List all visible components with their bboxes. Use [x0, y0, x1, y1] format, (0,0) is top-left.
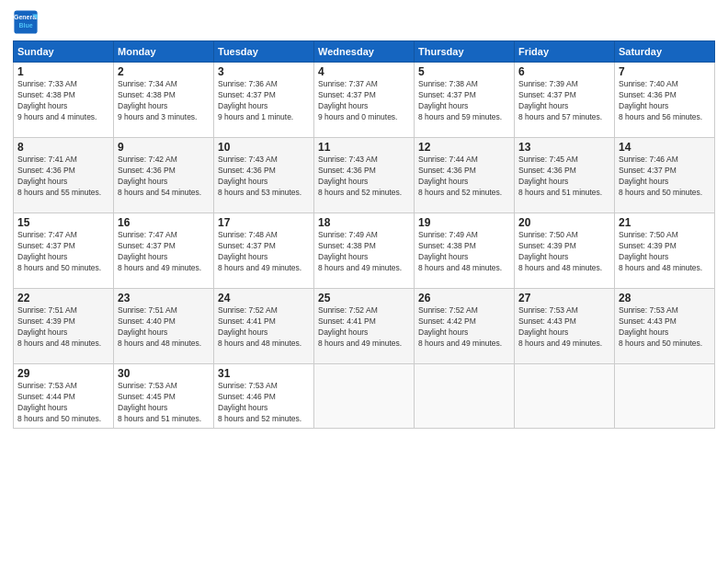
cell-info: Sunrise: 7:51 AM Sunset: 4:40 PM Dayligh… [118, 305, 210, 350]
week-row-1: 1 Sunrise: 7:33 AM Sunset: 4:38 PM Dayli… [14, 63, 715, 138]
week-row-5: 29 Sunrise: 7:53 AM Sunset: 4:44 PM Dayl… [14, 364, 715, 429]
day-header-saturday: Saturday [615, 41, 715, 63]
calendar-cell: 13 Sunrise: 7:45 AM Sunset: 4:36 PM Dayl… [515, 138, 615, 213]
calendar-cell: 26 Sunrise: 7:52 AM Sunset: 4:42 PM Dayl… [415, 289, 515, 364]
cell-info: Sunrise: 7:43 AM Sunset: 4:36 PM Dayligh… [318, 155, 410, 199]
cell-info: Sunrise: 7:52 AM Sunset: 4:41 PM Dayligh… [318, 305, 410, 350]
calendar-cell: 28 Sunrise: 7:53 AM Sunset: 4:43 PM Dayl… [615, 289, 715, 364]
calendar-cell [615, 364, 715, 429]
day-number: 4 [318, 65, 410, 78]
calendar-cell: 31 Sunrise: 7:53 AM Sunset: 4:46 PM Dayl… [214, 364, 314, 429]
day-number: 13 [518, 141, 610, 154]
logo: General Blue [13, 9, 40, 35]
day-number: 6 [518, 65, 610, 78]
cell-info: Sunrise: 7:53 AM Sunset: 4:43 PM Dayligh… [518, 305, 610, 350]
cell-info: Sunrise: 7:34 AM Sunset: 4:38 PM Dayligh… [118, 79, 210, 123]
day-number: 26 [418, 292, 510, 304]
cell-info: Sunrise: 7:53 AM Sunset: 4:44 PM Dayligh… [17, 381, 109, 425]
day-number: 12 [418, 141, 510, 154]
calendar-cell: 2 Sunrise: 7:34 AM Sunset: 4:38 PM Dayli… [114, 63, 214, 138]
cell-info: Sunrise: 7:53 AM Sunset: 4:43 PM Dayligh… [619, 305, 711, 350]
day-header-tuesday: Tuesday [214, 41, 314, 63]
calendar-cell: 27 Sunrise: 7:53 AM Sunset: 4:43 PM Dayl… [515, 289, 615, 364]
cell-info: Sunrise: 7:43 AM Sunset: 4:36 PM Dayligh… [218, 155, 310, 199]
header-row: General Blue [13, 9, 715, 35]
day-number: 10 [218, 141, 310, 154]
week-row-4: 22 Sunrise: 7:51 AM Sunset: 4:39 PM Dayl… [14, 289, 715, 364]
day-number: 15 [17, 216, 109, 229]
day-number: 1 [17, 65, 109, 78]
day-number: 17 [218, 216, 310, 229]
day-header-sunday: Sunday [14, 41, 114, 63]
calendar-cell: 21 Sunrise: 7:50 AM Sunset: 4:39 PM Dayl… [615, 213, 715, 289]
day-number: 21 [619, 216, 711, 229]
calendar-cell: 24 Sunrise: 7:52 AM Sunset: 4:41 PM Dayl… [214, 289, 314, 364]
calendar-cell: 19 Sunrise: 7:49 AM Sunset: 4:38 PM Dayl… [415, 213, 515, 289]
calendar-cell: 16 Sunrise: 7:47 AM Sunset: 4:37 PM Dayl… [114, 213, 214, 289]
week-row-2: 8 Sunrise: 7:41 AM Sunset: 4:36 PM Dayli… [14, 138, 715, 213]
day-number: 19 [418, 216, 510, 229]
calendar-body: 1 Sunrise: 7:33 AM Sunset: 4:38 PM Dayli… [14, 63, 715, 429]
day-number: 23 [118, 292, 210, 304]
day-header-monday: Monday [114, 41, 214, 63]
svg-text:Blue: Blue [18, 22, 32, 29]
cell-info: Sunrise: 7:45 AM Sunset: 4:36 PM Dayligh… [518, 155, 610, 199]
calendar-cell: 10 Sunrise: 7:43 AM Sunset: 4:36 PM Dayl… [214, 138, 314, 213]
cell-info: Sunrise: 7:44 AM Sunset: 4:36 PM Dayligh… [418, 155, 510, 199]
cell-info: Sunrise: 7:52 AM Sunset: 4:41 PM Dayligh… [218, 305, 310, 350]
cell-info: Sunrise: 7:50 AM Sunset: 4:39 PM Dayligh… [518, 230, 610, 274]
cell-info: Sunrise: 7:41 AM Sunset: 4:36 PM Dayligh… [17, 155, 109, 199]
calendar-cell: 12 Sunrise: 7:44 AM Sunset: 4:36 PM Dayl… [415, 138, 515, 213]
calendar-cell: 15 Sunrise: 7:47 AM Sunset: 4:37 PM Dayl… [14, 213, 114, 289]
cell-info: Sunrise: 7:52 AM Sunset: 4:42 PM Dayligh… [418, 305, 510, 350]
day-number: 9 [118, 141, 210, 154]
cell-info: Sunrise: 7:50 AM Sunset: 4:39 PM Dayligh… [619, 230, 711, 274]
calendar-cell: 25 Sunrise: 7:52 AM Sunset: 4:41 PM Dayl… [314, 289, 415, 364]
day-number: 30 [118, 367, 210, 380]
day-number: 14 [619, 141, 711, 154]
calendar-cell: 14 Sunrise: 7:46 AM Sunset: 4:37 PM Dayl… [615, 138, 715, 213]
calendar-header-row: SundayMondayTuesdayWednesdayThursdayFrid… [14, 41, 715, 63]
calendar-cell: 23 Sunrise: 7:51 AM Sunset: 4:40 PM Dayl… [114, 289, 214, 364]
day-number: 3 [218, 65, 310, 78]
calendar-cell: 8 Sunrise: 7:41 AM Sunset: 4:36 PM Dayli… [14, 138, 114, 213]
cell-info: Sunrise: 7:38 AM Sunset: 4:37 PM Dayligh… [418, 79, 510, 123]
day-header-wednesday: Wednesday [314, 41, 415, 63]
day-number: 22 [17, 292, 109, 304]
cell-info: Sunrise: 7:47 AM Sunset: 4:37 PM Dayligh… [17, 230, 109, 274]
calendar-cell: 4 Sunrise: 7:37 AM Sunset: 4:37 PM Dayli… [314, 63, 415, 138]
day-number: 25 [318, 292, 410, 304]
cell-info: Sunrise: 7:36 AM Sunset: 4:37 PM Dayligh… [218, 79, 310, 123]
week-row-3: 15 Sunrise: 7:47 AM Sunset: 4:37 PM Dayl… [14, 213, 715, 289]
cell-info: Sunrise: 7:33 AM Sunset: 4:38 PM Dayligh… [17, 79, 109, 123]
calendar-cell [314, 364, 415, 429]
day-header-friday: Friday [515, 41, 615, 63]
cell-info: Sunrise: 7:49 AM Sunset: 4:38 PM Dayligh… [318, 230, 410, 274]
calendar-cell: 9 Sunrise: 7:42 AM Sunset: 4:36 PM Dayli… [114, 138, 214, 213]
day-number: 29 [17, 367, 109, 380]
cell-info: Sunrise: 7:49 AM Sunset: 4:38 PM Dayligh… [418, 230, 510, 274]
day-number: 20 [518, 216, 610, 229]
calendar-cell: 1 Sunrise: 7:33 AM Sunset: 4:38 PM Dayli… [14, 63, 114, 138]
day-number: 31 [218, 367, 310, 380]
calendar-cell: 3 Sunrise: 7:36 AM Sunset: 4:37 PM Dayli… [214, 63, 314, 138]
cell-info: Sunrise: 7:37 AM Sunset: 4:37 PM Dayligh… [318, 79, 410, 123]
calendar-cell: 17 Sunrise: 7:48 AM Sunset: 4:37 PM Dayl… [214, 213, 314, 289]
day-number: 7 [619, 65, 711, 78]
day-number: 24 [218, 292, 310, 304]
calendar-cell: 18 Sunrise: 7:49 AM Sunset: 4:38 PM Dayl… [314, 213, 415, 289]
cell-info: Sunrise: 7:39 AM Sunset: 4:37 PM Dayligh… [518, 79, 610, 123]
calendar-cell: 5 Sunrise: 7:38 AM Sunset: 4:37 PM Dayli… [415, 63, 515, 138]
calendar-cell [515, 364, 615, 429]
day-number: 16 [118, 216, 210, 229]
calendar-container: General Blue SundayMondayTuesdayWednesda… [0, 0, 728, 434]
day-number: 11 [318, 141, 410, 154]
calendar-cell: 20 Sunrise: 7:50 AM Sunset: 4:39 PM Dayl… [515, 213, 615, 289]
day-number: 27 [518, 292, 610, 304]
day-number: 2 [118, 65, 210, 78]
calendar-cell: 29 Sunrise: 7:53 AM Sunset: 4:44 PM Dayl… [14, 364, 114, 429]
logo-icon: General Blue [13, 9, 39, 35]
day-number: 8 [17, 141, 109, 154]
cell-info: Sunrise: 7:47 AM Sunset: 4:37 PM Dayligh… [118, 230, 210, 274]
cell-info: Sunrise: 7:53 AM Sunset: 4:45 PM Dayligh… [118, 381, 210, 425]
